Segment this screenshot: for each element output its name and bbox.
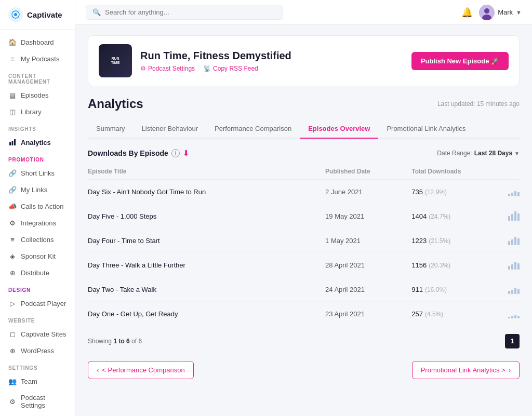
sidebar: Captivate 🏠 Dashboard ≡ My Podcasts CONT… <box>0 0 75 416</box>
content-area: RUNTIME Run Time, Fitness Demystified ⚙ … <box>75 25 532 416</box>
episode-title-cell: Day Two - Take a Walk <box>88 277 325 302</box>
next-tab-button[interactable]: Promotional Link Analytics > › <box>412 361 520 379</box>
chart-icon[interactable] <box>489 236 520 245</box>
sidebar-item-podcast-settings[interactable]: ⚙ Podcast Settings <box>0 390 75 413</box>
tab-summary[interactable]: Summary <box>88 119 134 139</box>
chart-icon[interactable] <box>489 187 520 196</box>
sidebar-item-dashboard[interactable]: 🏠 Dashboard <box>0 34 75 50</box>
table-row: Day Five - 1,000 Steps 19 May 2021 1404(… <box>88 204 520 229</box>
download-csv-icon[interactable]: ⬇ <box>183 149 189 157</box>
dashboard-icon: 🏠 <box>8 38 17 46</box>
episode-chart-cell[interactable] <box>489 253 520 277</box>
sidebar-item-my-podcasts[interactable]: ≡ My Podcasts <box>0 50 75 67</box>
chart-bar-2 <box>511 239 513 245</box>
episode-date-cell: 24 April 2021 <box>325 277 411 302</box>
chart-icon[interactable] <box>489 211 520 221</box>
date-range-selector[interactable]: Date Range: Last 28 Days ▼ <box>437 150 520 157</box>
search-input[interactable] <box>105 8 276 16</box>
avatar <box>479 5 495 20</box>
copy-rss-link[interactable]: 📡 Copy RSS Feed <box>203 65 258 72</box>
sidebar-item-sponsor-kit[interactable]: ◈ Sponsor Kit <box>0 248 75 264</box>
podcast-settings-link[interactable]: ⚙ Podcast Settings <box>140 65 195 72</box>
sidebar-item-integrations[interactable]: ⚙ Integrations <box>0 214 75 231</box>
date-range-label: Date Range: <box>437 150 472 157</box>
table-header: Episode Title Published Date Total Downl… <box>88 164 520 180</box>
next-chevron-icon: › <box>509 366 511 374</box>
table-row: Day Two - Take a Walk 24 April 2021 911(… <box>88 277 520 302</box>
date-range-value: Last 28 Days <box>474 150 512 157</box>
info-icon[interactable]: i <box>171 149 180 157</box>
episode-downloads-cell: 1156(20.3%) <box>411 253 489 277</box>
episode-pct: (24.7%) <box>429 213 450 220</box>
chart-bar-3 <box>514 237 516 245</box>
tab-promotional-link-analytics[interactable]: Promotional Link Analytics <box>378 119 474 139</box>
episode-chart-cell[interactable] <box>489 204 520 229</box>
svg-point-1 <box>14 13 17 16</box>
tab-episodes-overview[interactable]: Episodes Overview <box>300 119 378 139</box>
downloads-header: Downloads By Episode i ⬇ Date Range: Las… <box>88 149 520 157</box>
notification-icon[interactable]: 🔔 <box>461 7 473 18</box>
sidebar-item-captivate-sites[interactable]: ◻ Captivate Sites <box>0 326 75 342</box>
sidebar-item-my-links[interactable]: 🔗 My Links <box>0 181 75 198</box>
chart-bar-4 <box>517 263 520 270</box>
sidebar-item-episodes[interactable]: ▤ Episodes <box>0 87 75 103</box>
sidebar-item-wordpress[interactable]: ⊕ WordPress <box>0 342 75 359</box>
sidebar-item-faq[interactable]: ≡ FAQ and help <box>0 413 75 416</box>
chart-icon[interactable] <box>489 285 520 294</box>
svg-point-6 <box>484 8 489 14</box>
prev-tab-button[interactable]: ‹ < Performance Comparison <box>88 361 194 379</box>
sidebar-item-collections[interactable]: ≡ Collections <box>0 231 75 248</box>
chart-bar-3 <box>514 262 516 270</box>
logo-icon <box>8 7 23 22</box>
sidebar-item-distribute[interactable]: ⊕ Distribute <box>0 264 75 281</box>
svg-rect-3 <box>12 141 14 145</box>
chart-icon[interactable] <box>489 309 520 318</box>
page-1-button[interactable]: 1 <box>505 334 520 348</box>
analytics-icon <box>8 138 17 146</box>
chart-bar-4 <box>517 316 520 318</box>
chart-icon[interactable] <box>489 260 520 270</box>
sidebar-item-team[interactable]: 👥 Team <box>0 373 75 390</box>
podcast-thumbnail-inner: RUNTIME <box>99 44 132 77</box>
section-promotion: PROMOTION <box>0 151 75 165</box>
showing-text: Showing 1 to 6 of 6 <box>88 338 142 345</box>
sidebar-item-analytics[interactable]: Analytics <box>0 134 75 151</box>
chart-bar-4 <box>517 238 520 245</box>
podcast-links: ⚙ Podcast Settings 📡 Copy RSS Feed <box>140 65 403 72</box>
chart-bars <box>508 236 520 245</box>
chart-bar-4 <box>517 192 520 196</box>
episode-downloads-cell: 1404(24.7%) <box>411 204 489 229</box>
chart-bar-1 <box>508 241 510 245</box>
search-box[interactable]: 🔍 <box>86 5 283 20</box>
section-website: WEBSITE <box>0 312 75 326</box>
sidebar-item-short-links[interactable]: 🔗 Short Links <box>0 165 75 181</box>
settings-link-icon: ⚙ <box>140 65 146 72</box>
user-badge[interactable]: Mark ▼ <box>479 5 522 20</box>
tab-performance-comparison[interactable]: Performance Comparison <box>206 119 300 139</box>
date-range-chevron-icon: ▼ <box>514 151 520 156</box>
wordpress-icon: ⊕ <box>8 346 17 355</box>
chart-bar-2 <box>511 264 513 270</box>
episode-date-cell: 23 April 2021 <box>325 302 411 326</box>
episode-title-cell: Day Six - Ain't Nobody Got Time to Run <box>88 180 325 204</box>
episode-chart-cell[interactable] <box>489 277 520 302</box>
collections-icon: ≡ <box>8 235 17 244</box>
svg-rect-2 <box>9 142 11 145</box>
sidebar-item-podcast-player[interactable]: ▷ Podcast Player <box>0 295 75 312</box>
chart-bar-3 <box>514 315 516 318</box>
episode-chart-cell[interactable] <box>489 229 520 253</box>
episode-title-cell: Day Four - Time to Start <box>88 229 325 253</box>
calls-action-icon: 📣 <box>8 202 17 210</box>
analytics-tabs: Summary Listener Behaviour Performance C… <box>88 119 520 139</box>
publish-episode-button[interactable]: Publish New Episode 🚀 <box>411 52 509 70</box>
chart-bar-2 <box>511 316 513 318</box>
chart-bar-1 <box>508 216 510 221</box>
sidebar-item-library[interactable]: ◫ Library <box>0 103 75 120</box>
podcast-header-card: RUNTIME Run Time, Fitness Demystified ⚙ … <box>88 35 520 86</box>
episode-title-cell: Day Five - 1,000 Steps <box>88 204 325 229</box>
sidebar-item-calls-to-action[interactable]: 📣 Calls to Action <box>0 198 75 214</box>
tab-listener-behaviour[interactable]: Listener Behaviour <box>134 119 206 139</box>
episode-chart-cell[interactable] <box>489 302 520 326</box>
episode-chart-cell[interactable] <box>489 180 520 204</box>
svg-rect-4 <box>14 139 16 145</box>
